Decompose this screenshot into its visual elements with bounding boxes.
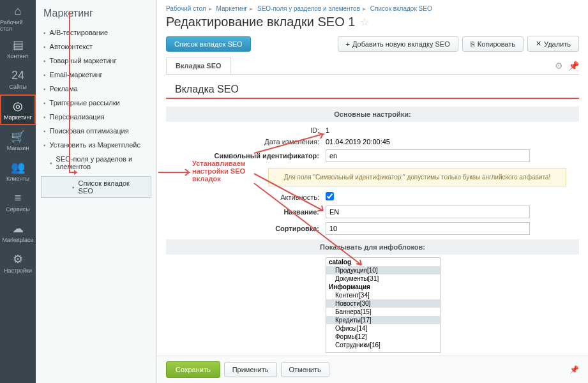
sidebar-item[interactable]: ▪Список вкладок SEO xyxy=(41,176,151,198)
tabstrip: Вкладка SEO ⚙ 📌 xyxy=(166,57,579,75)
list-item[interactable]: Формы[12] xyxy=(326,333,440,341)
bullet-icon: ▪ xyxy=(43,71,46,79)
gear-icon: ⚙ xyxy=(11,252,25,266)
plus-icon: + xyxy=(346,40,350,48)
home-icon: ⌂ xyxy=(11,4,25,18)
breadcrumb: Рабочий стол▸ Маркетинг▸ SEO-поля у разд… xyxy=(157,0,588,15)
form-panel: Основные настройки: ID:1 Дата изменения:… xyxy=(166,104,579,356)
iblock-listbox[interactable]: catalogПродукция[10]Документы[31]Информа… xyxy=(326,257,441,353)
star-icon[interactable]: ☆ xyxy=(360,16,369,28)
rail-item-cal[interactable]: 24Сайты xyxy=(0,64,36,94)
rail-item-clients[interactable]: 👥Клиенты xyxy=(0,156,36,186)
id-label: ID: xyxy=(172,126,326,134)
rail-item-home[interactable]: ⌂Рабочий стол xyxy=(0,3,36,33)
sidebar-item[interactable]: ▪Триггерные рассылки xyxy=(36,96,156,110)
bullet-icon: ▪ xyxy=(43,100,46,107)
sidebar: Маркетинг ▪A/B-тестирование▪Автоконтекст… xyxy=(36,0,157,383)
sidebar-item[interactable]: ▪Реклама xyxy=(36,82,156,96)
sidebar-item[interactable]: ▪Поисковая оптимизация xyxy=(36,124,156,138)
bullet-icon: ▪ xyxy=(50,160,52,167)
bullet-icon: ▪ xyxy=(43,128,46,135)
list-item[interactable]: Документы[31] xyxy=(326,274,440,283)
sidebar-item[interactable]: ▪Установить из Маркетплейс xyxy=(36,138,156,152)
list-item[interactable]: Кредиты[17] xyxy=(326,316,440,324)
doc-icon: ▤ xyxy=(11,38,25,52)
active-label: Активность: xyxy=(172,193,326,201)
sidebar-item[interactable]: ▪SEO-поля у разделов и элементов xyxy=(36,152,156,174)
main-settings-head: Основные настройки: xyxy=(166,107,579,122)
crumb-0[interactable]: Рабочий стол xyxy=(166,5,206,12)
sidebar-item[interactable]: ▪A/B-тестирование xyxy=(36,26,156,40)
copy-button[interactable]: ⎘Копировать xyxy=(462,36,524,52)
gear-icon[interactable]: ⚙ xyxy=(555,61,563,71)
section-title: Вкладка SEO xyxy=(166,77,579,99)
bullet-icon: ▪ xyxy=(43,43,46,50)
rail-item-gear[interactable]: ⚙Настройки xyxy=(0,248,36,278)
iblock-head: Показывать для инфоблоков: xyxy=(166,239,579,255)
add-button[interactable]: +Добавить новую вкладку SEO xyxy=(338,36,458,52)
footer: Сохранить Применить Отменить 📌 xyxy=(157,356,588,383)
pin-icon[interactable]: 📌 xyxy=(569,365,579,374)
list-item[interactable]: Офисы[14] xyxy=(326,324,440,333)
bullet-icon: ▪ xyxy=(43,114,46,121)
pin-icon[interactable]: 📌 xyxy=(568,61,579,71)
tab-seo[interactable]: Вкладка SEO xyxy=(166,57,231,74)
save-button[interactable]: Сохранить xyxy=(166,361,220,378)
list-button[interactable]: Список вкладок SEO xyxy=(166,36,251,52)
apply-button[interactable]: Применить xyxy=(224,362,277,377)
sort-label: Сортировка: xyxy=(172,225,326,232)
sym-label: Символьный идентификатор: xyxy=(172,152,326,160)
rail-item-cart[interactable]: 🛒Магазин xyxy=(0,125,36,156)
copy-icon: ⎘ xyxy=(471,40,475,48)
active-checkbox[interactable] xyxy=(326,192,334,200)
rail-item-stack[interactable]: ≡Сервисы xyxy=(0,186,36,217)
list-item[interactable]: Сотрудники[16] xyxy=(326,341,440,349)
bullet-icon: ▪ xyxy=(43,86,46,93)
delete-button[interactable]: ✕Удалить xyxy=(527,36,579,52)
page-title-text: Редактирование вкладки SEO 1 xyxy=(166,15,355,29)
target-icon: ◎ xyxy=(11,99,25,113)
cloud-icon: ☁ xyxy=(11,222,25,236)
date-label: Дата изменения: xyxy=(172,138,326,146)
close-icon: ✕ xyxy=(536,40,541,48)
sidebar-item[interactable]: ▪Персонализация xyxy=(36,110,156,124)
name-label: Название: xyxy=(172,208,326,216)
list-item[interactable]: Баннера[15] xyxy=(326,308,440,316)
bullet-icon: ▪ xyxy=(72,184,75,191)
crumb-3[interactable]: Список вкладок SEO xyxy=(370,5,432,12)
list-item[interactable]: Новости[30] xyxy=(326,299,440,308)
sym-input[interactable] xyxy=(326,149,530,162)
bullet-icon: ▪ xyxy=(43,29,46,36)
crumb-1[interactable]: Маркетинг xyxy=(216,5,248,12)
sidebar-item[interactable]: ▪Товарный маркетинг xyxy=(36,54,156,68)
crumb-2[interactable]: SEO-поля у разделов и элементов xyxy=(257,5,360,12)
rail-item-cloud[interactable]: ☁Marketplace xyxy=(0,217,36,248)
cal-icon: 24 xyxy=(11,68,25,82)
toolbar: Список вкладок SEO +Добавить новую вклад… xyxy=(157,36,588,57)
main: Рабочий стол▸ Маркетинг▸ SEO-поля у разд… xyxy=(157,0,588,383)
date-value: 01.04.2019 20:00:45 xyxy=(326,138,573,146)
sidebar-item[interactable]: ▪Автоконтекст xyxy=(36,40,156,54)
list-item: Информация xyxy=(326,283,440,291)
rail-item-target[interactable]: ◎Маркетинг xyxy=(0,94,36,125)
cancel-button[interactable]: Отменить xyxy=(281,362,329,377)
sort-input[interactable] xyxy=(326,222,530,235)
cart-icon: 🛒 xyxy=(11,130,25,144)
stack-icon: ≡ xyxy=(11,191,25,205)
bullet-icon: ▪ xyxy=(43,57,46,64)
rail-item-doc[interactable]: ▤Контент xyxy=(0,33,36,64)
list-item[interactable]: Продукция[10] xyxy=(326,266,440,274)
sidebar-title: Маркетинг xyxy=(36,5,156,26)
list-item[interactable]: Контент[34] xyxy=(326,291,440,299)
hint-text: Для поля "Символьный идентификатор:" доп… xyxy=(268,168,566,186)
list-item: catalog xyxy=(326,258,440,266)
bullet-icon: ▪ xyxy=(43,142,46,149)
page-title: Редактирование вкладки SEO 1 ☆ xyxy=(157,15,588,36)
name-input[interactable] xyxy=(326,206,530,218)
clients-icon: 👥 xyxy=(11,160,25,174)
id-value: 1 xyxy=(326,126,573,134)
sidebar-item[interactable]: ▪Email-маркетинг xyxy=(36,68,156,82)
left-rail: ⌂Рабочий стол▤Контент24Сайты◎Маркетинг🛒М… xyxy=(0,0,36,383)
sidebar-nav: ▪A/B-тестирование▪Автоконтекст▪Товарный … xyxy=(36,26,156,198)
